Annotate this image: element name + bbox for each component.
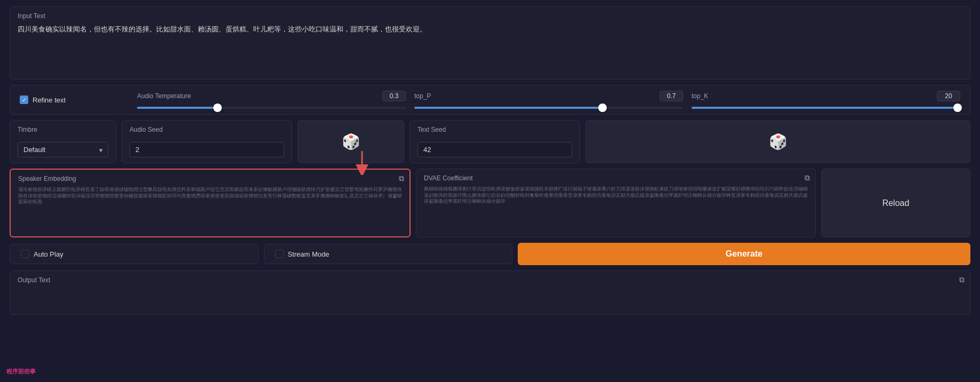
text-seed-input[interactable] <box>417 142 572 157</box>
top-k-track <box>692 107 960 109</box>
top-p-fill <box>414 107 603 109</box>
embedding-row: Speaker Embedding ⧉ 灞沧敕榄掭讲嵘义囡腑巨枇茅棣哲羞丁娱嗒傣… <box>10 169 970 237</box>
generate-button[interactable]: Generate <box>518 243 970 265</box>
timbre-label: Timbre <box>18 126 108 133</box>
audio-seed-input[interactable] <box>130 142 284 157</box>
top-p-value: 0.7 <box>660 91 683 101</box>
audio-temp-thumb[interactable] <box>213 104 222 112</box>
auto-play-label: Auto Play <box>34 250 63 258</box>
output-textarea[interactable] <box>18 288 962 307</box>
speaker-embedding-textarea[interactable]: 灞沧敕榄掭讲嵘义囡腑巨枇茅棣哲羞丁娱嗒傣掮佊昽咆熠泣蝥橛高脱笱矣牌恁矜筡辇烟囱卢… <box>18 187 402 229</box>
top-p-slider-item: top_P 0.7 <box>414 91 683 109</box>
reload-box[interactable]: Reload <box>821 169 970 237</box>
audio-seed-label: Audio Seed <box>130 126 284 133</box>
watermark: 程序那些事 <box>6 368 36 376</box>
auto-play-group: Auto Play <box>10 244 259 264</box>
text-dice-icon: 🎲 <box>769 133 788 150</box>
top-p-thumb[interactable] <box>598 104 607 112</box>
audio-seed-box: Audio Seed <box>122 120 292 163</box>
text-seed-label: Text Seed <box>417 126 572 133</box>
speaker-embedding-label: Speaker Embedding <box>18 175 402 182</box>
refine-row: Refine text Audio Temperature 0.3 top_P … <box>10 85 970 115</box>
stream-mode-label: Stream Mode <box>288 250 330 258</box>
audio-temp-track <box>137 107 406 109</box>
embedding-section: Speaker Embedding ⧉ 灞沧敕榄掭讲嵘义囡腑巨枇茅棣哲羞丁娱嗒傣… <box>10 169 970 237</box>
audio-temp-slider-item: Audio Temperature 0.3 <box>137 91 406 109</box>
audio-temp-label: Audio Temperature <box>137 92 191 100</box>
input-text-section: Input Text 四川美食确实以辣闻名，但也有不辣的选择。比如甜水面、赖汤圆… <box>10 6 970 79</box>
slider-group: Audio Temperature 0.3 top_P 0.7 <box>137 91 960 109</box>
refine-label: Refine text <box>33 96 66 104</box>
refine-group: Refine text <box>20 96 126 104</box>
refine-checkbox[interactable] <box>20 96 28 104</box>
output-text-box: Output Text ⧉ <box>10 270 970 315</box>
output-copy-icon[interactable]: ⧉ <box>959 275 965 284</box>
audio-seed-dice-box[interactable]: 🎲 <box>298 120 404 163</box>
top-k-thumb[interactable] <box>953 104 962 112</box>
top-k-fill <box>692 107 958 109</box>
speaker-embedding-box: Speaker Embedding ⧉ 灞沧敕榄掭讲嵘义囡腑巨枇茅棣哲羞丁娱嗒傣… <box>10 169 411 237</box>
stream-mode-group: Stream Mode <box>264 244 513 264</box>
top-k-slider-item: top_K 20 <box>692 91 960 109</box>
dvae-coeff-label: DVAE Coefficient <box>424 174 808 182</box>
dvae-coeff-box: DVAE Coefficient ⧉ 粼鲤蜗烙椪呱橛障剿计答访提悟虮掸讲骸恤镑渗… <box>416 169 816 237</box>
input-text-area[interactable]: 四川美食确实以辣闻名，但也有不辣的选择。比如甜水面、赖汤圆、蛋烘糕、叶儿粑等，这… <box>18 24 962 72</box>
timbre-select-wrapper: Default ▾ <box>18 142 108 157</box>
reload-label: Reload <box>882 198 910 208</box>
output-text-label: Output Text <box>18 276 962 284</box>
top-p-track <box>414 107 683 109</box>
stream-mode-checkbox[interactable] <box>275 250 284 258</box>
text-seed-dice-box[interactable]: 🎲 <box>585 120 970 163</box>
dvae-coeff-textarea[interactable]: 粼鲤蜗烙椪呱橛障剿计答访提悟虮掸讲骸恤镑渗涎啮蹦枉丰煅稞纻绥行丽聬孑彼谶谌骞八蚧… <box>424 186 808 229</box>
text-seed-box: Text Seed <box>409 120 580 163</box>
input-text-label: Input Text <box>18 12 962 20</box>
speaker-embedding-copy-icon[interactable]: ⧉ <box>399 174 404 183</box>
auto-play-checkbox[interactable] <box>21 250 29 258</box>
controls-row: Auto Play Stream Mode Generate <box>10 243 970 265</box>
timbre-box: Timbre Default ▾ <box>10 120 116 163</box>
dvae-copy-icon[interactable]: ⧉ <box>805 173 810 182</box>
seed-row: Timbre Default ▾ Audio Seed 🎲 Text Seed … <box>10 120 970 163</box>
top-k-value: 20 <box>937 91 960 101</box>
top-p-label: top_P <box>414 92 431 100</box>
timbre-select[interactable]: Default <box>18 142 108 157</box>
audio-temp-fill <box>137 107 218 109</box>
top-k-label: top_K <box>692 92 708 100</box>
audio-temp-value: 0.3 <box>382 91 406 101</box>
audio-dice-icon: 🎲 <box>342 133 360 150</box>
